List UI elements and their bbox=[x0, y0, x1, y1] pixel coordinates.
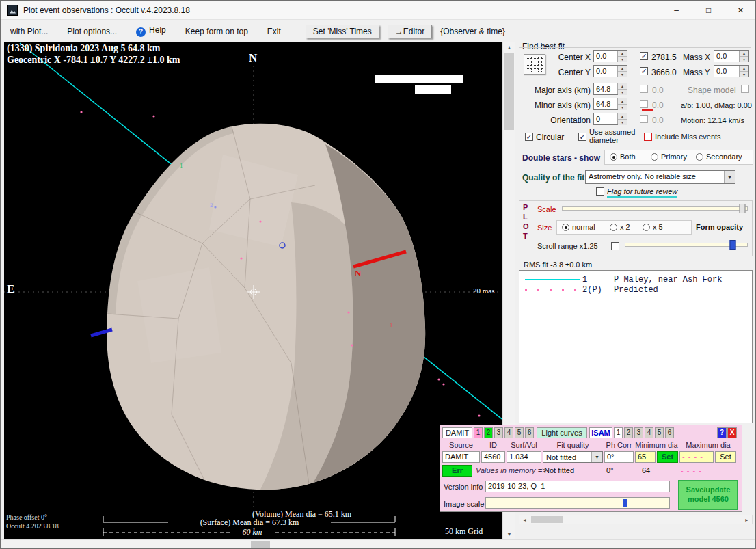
damit-tab-6[interactable]: 6 bbox=[525, 427, 534, 438]
observer-time-label[interactable]: {Observer & time} bbox=[440, 27, 505, 36]
list-scroll-thumb[interactable] bbox=[531, 516, 563, 523]
damit-help-button[interactable]: ? bbox=[717, 427, 727, 438]
damit-tab-3[interactable]: 3 bbox=[494, 427, 503, 438]
quality-dropdown[interactable]: Astrometry only. No reliable size ▼ bbox=[585, 170, 735, 184]
scale-slider-thumb[interactable] bbox=[739, 204, 745, 213]
vertical-scroll-thumb[interactable] bbox=[504, 53, 514, 130]
err-button[interactable]: Err bbox=[442, 465, 472, 477]
horizontal-scroll-thumb[interactable] bbox=[251, 541, 270, 549]
app-window: Plot event observations : Occult v.4.202… bbox=[0, 0, 756, 549]
max-dia-set-button[interactable]: Set bbox=[715, 451, 736, 463]
flag-review-checkbox[interactable] bbox=[596, 187, 604, 196]
use-assumed-checkbox[interactable] bbox=[578, 133, 586, 141]
menu-keep-on-top[interactable]: Keep form on top bbox=[185, 27, 248, 36]
list-horizontal-scrollbar[interactable]: ◄ ► bbox=[519, 515, 753, 524]
orientation-spinner[interactable]: 0 ▴▾ bbox=[593, 113, 627, 125]
close-button[interactable]: ✕ bbox=[725, 1, 756, 20]
isam-tab-6[interactable]: 6 bbox=[665, 427, 674, 438]
maximize-icon: □ bbox=[706, 5, 711, 15]
min-dia-set-button[interactable]: Set bbox=[657, 451, 678, 463]
fit-pattern-button[interactable] bbox=[524, 54, 545, 75]
damit-tag-label[interactable]: DAMIT #4560 2019-10-23 bbox=[375, 75, 463, 83]
major-disabled-value: 0.0 bbox=[652, 85, 664, 95]
min-dia-input[interactable]: 65 bbox=[635, 451, 656, 463]
double-stars-primary-radio[interactable]: Primary bbox=[651, 152, 687, 161]
menu-with-plot[interactable]: with Plot... bbox=[10, 27, 48, 36]
menu-plot-options[interactable]: Plot options... bbox=[67, 27, 117, 36]
orientation-disabled-value: 0.0 bbox=[652, 116, 664, 125]
major-axis-spinner[interactable]: 64.8 ▴▾ bbox=[593, 83, 627, 95]
observer-number: 2(P) bbox=[582, 285, 614, 295]
menu-help[interactable]: ?Help bbox=[136, 25, 166, 37]
double-stars-secondary-radio[interactable]: Secondary bbox=[696, 152, 742, 161]
dropdown-arrow-icon[interactable]: ▼ bbox=[724, 171, 735, 183]
isam-tab-5[interactable]: 5 bbox=[655, 427, 664, 438]
minimize-button[interactable]: – bbox=[660, 1, 692, 20]
list-item[interactable]: 2(P) Predicted bbox=[522, 284, 749, 295]
ph-corr-cell[interactable]: 0° bbox=[604, 451, 634, 463]
minor-axis-spinner[interactable]: 64.8 ▴▾ bbox=[593, 98, 627, 110]
memory-max-value: - - - - bbox=[681, 466, 702, 474]
scale-slider[interactable] bbox=[562, 203, 748, 214]
version-info-field[interactable]: 2019-10-23, Q=1 bbox=[485, 481, 670, 492]
editor-button[interactable]: →Editor bbox=[388, 25, 432, 38]
tab-isam[interactable]: ISAM bbox=[589, 427, 612, 438]
shape-model-label: Shape model bbox=[688, 85, 736, 95]
menu-exit[interactable]: Exit bbox=[267, 27, 281, 36]
sky-plane-label[interactable]: Sky Plane bbox=[415, 85, 451, 94]
scroll-down-icon[interactable]: ▼ bbox=[503, 528, 515, 539]
save-update-model-button[interactable]: Save/update model 4560 bbox=[678, 480, 738, 510]
image-scale-thumb[interactable] bbox=[623, 499, 627, 507]
col-min-dia: Minimum dia bbox=[635, 441, 678, 449]
size-normal-radio[interactable]: normal bbox=[562, 223, 595, 231]
damit-tab-1[interactable]: 1 bbox=[474, 427, 483, 438]
plot-area[interactable]: (1330) Spiridonia 2023 Aug 5 64.8 km Geo… bbox=[4, 42, 502, 539]
image-scale-slider[interactable] bbox=[485, 497, 670, 509]
x-coord-checkbox[interactable] bbox=[640, 52, 648, 60]
center-x-spinner[interactable]: 0.0 ▴▾ bbox=[593, 50, 627, 62]
mass-y-spinner[interactable]: 0.0 ▴▾ bbox=[714, 65, 749, 77]
circular-checkbox[interactable] bbox=[525, 133, 533, 141]
isam-tab-2[interactable]: 2 bbox=[624, 427, 633, 438]
secondary-marker-label: 2 bbox=[210, 202, 213, 209]
spin-down-icon: ▾ bbox=[618, 120, 627, 125]
scroll-up-icon[interactable]: ▲ bbox=[503, 42, 515, 53]
observer-list[interactable]: 1 P Maley, near Ash Fork 2(P) Predicted bbox=[519, 270, 753, 423]
center-y-spinner[interactable]: 0.0 ▴▾ bbox=[593, 65, 627, 77]
mass-x-spinner[interactable]: 0.0 ▴▾ bbox=[714, 50, 749, 62]
max-dia-input[interactable]: - - - - bbox=[679, 451, 714, 463]
form-opacity-slider-thumb[interactable] bbox=[730, 240, 736, 250]
isam-tab-4[interactable]: 4 bbox=[645, 427, 653, 438]
fit-quality-dropdown[interactable]: Not fitted ▼ bbox=[543, 451, 603, 463]
plot-horizontal-scrollbar[interactable] bbox=[1, 539, 756, 549]
scroll-left-icon[interactable]: ◄ bbox=[519, 515, 530, 524]
size-x2-radio[interactable]: x 2 bbox=[610, 223, 630, 231]
scroll-right-icon[interactable]: ► bbox=[742, 515, 752, 524]
double-stars-both-radio[interactable]: Both bbox=[610, 152, 636, 161]
tab-damit[interactable]: DAMIT bbox=[442, 427, 472, 438]
include-miss-checkbox[interactable] bbox=[644, 133, 652, 141]
maximize-button[interactable]: □ bbox=[692, 1, 725, 20]
memory-min-value: 64 bbox=[642, 466, 650, 474]
app-icon bbox=[7, 5, 18, 16]
damit-close-button[interactable]: X bbox=[727, 427, 737, 438]
light-curves-button[interactable]: Light curves bbox=[537, 427, 587, 438]
shape-model-checkbox[interactable] bbox=[741, 85, 749, 93]
damit-tab-5[interactable]: 5 bbox=[515, 427, 524, 438]
plot-canvas[interactable] bbox=[4, 42, 502, 539]
set-miss-times-button[interactable]: Set 'Miss' Times bbox=[306, 25, 379, 38]
plot-title: (1330) Spiridonia 2023 Aug 5 64.8 km bbox=[7, 43, 160, 54]
model-id-input[interactable]: 4560 bbox=[481, 451, 505, 463]
scroll-range-checkbox[interactable] bbox=[611, 242, 619, 250]
list-item[interactable]: 1 P Maley, near Ash Fork bbox=[522, 274, 749, 284]
damit-tab-4[interactable]: 4 bbox=[504, 427, 513, 438]
damit-tab-2[interactable]: 2 bbox=[484, 427, 493, 438]
form-opacity-slider[interactable] bbox=[625, 239, 748, 250]
isam-tab-3[interactable]: 3 bbox=[634, 427, 643, 438]
y-coord-checkbox[interactable] bbox=[640, 67, 648, 75]
dropdown-arrow-icon[interactable]: ▼ bbox=[591, 452, 602, 462]
memory-fit-value: Not fitted bbox=[544, 466, 574, 474]
size-x5-radio[interactable]: x 5 bbox=[643, 223, 663, 231]
isam-tab-1[interactable]: 1 bbox=[614, 427, 623, 438]
scale-label: Scale bbox=[537, 205, 556, 213]
